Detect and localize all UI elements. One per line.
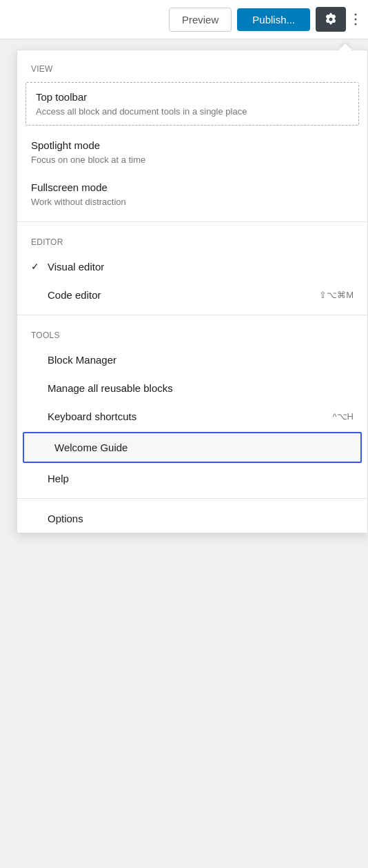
keyboard-shortcuts-shortcut: ^⌥H	[333, 411, 354, 422]
fullscreen-title: Fullscreen mode	[31, 180, 354, 195]
menu-item-fullscreen[interactable]: Fullscreen mode Work without distraction	[17, 173, 367, 215]
preview-button[interactable]: Preview	[169, 8, 232, 32]
spotlight-content: Spotlight mode Focus on one block at a t…	[31, 138, 354, 166]
fullscreen-content: Fullscreen mode Work without distraction	[31, 180, 354, 208]
divider-tools-bottom	[17, 498, 367, 499]
top-toolbar-content: Top toolbar Access all block and documen…	[36, 90, 349, 118]
code-editor-content: Code editor	[48, 288, 319, 302]
menu-item-visual-editor[interactable]: ✓ Visual editor	[17, 253, 367, 281]
divider-editor-tools	[17, 315, 367, 315]
top-toolbar-desc: Access all block and document tools in a…	[36, 106, 349, 118]
tools-section-label: Tools	[17, 321, 367, 346]
code-editor-title: Code editor	[48, 288, 319, 302]
divider-view-editor	[17, 221, 367, 222]
menu-item-block-manager[interactable]: Block Manager	[17, 346, 367, 374]
top-toolbar-title: Top toolbar	[36, 90, 349, 104]
editor-section-label: Editor	[17, 228, 367, 253]
view-section: View Top toolbar Access all block and do…	[17, 50, 367, 216]
tools-section: Tools Block Manager Manage all reusable …	[17, 321, 367, 493]
gear-icon	[324, 12, 338, 26]
top-toolbar: Preview Publish...	[0, 0, 368, 39]
svg-point-2	[355, 23, 357, 26]
fullscreen-desc: Work without distraction	[31, 196, 354, 208]
welcome-guide-title: Welcome Guide	[54, 440, 347, 455]
menu-item-help[interactable]: Help	[17, 464, 367, 493]
welcome-guide-content: Welcome Guide	[54, 440, 347, 455]
dropdown-caret	[338, 43, 352, 50]
spotlight-desc: Focus on one block at a time	[31, 154, 354, 166]
block-manager-content: Block Manager	[48, 353, 354, 367]
publish-button[interactable]: Publish...	[237, 8, 310, 31]
menu-item-manage-reusable[interactable]: Manage all reusable blocks	[17, 374, 367, 402]
menu-item-options[interactable]: Options	[17, 504, 367, 533]
view-section-label: View	[17, 55, 367, 79]
bottom-section: Options	[17, 504, 367, 533]
menu-item-top-toolbar[interactable]: Top toolbar Access all block and documen…	[25, 82, 359, 126]
menu-item-welcome-guide[interactable]: Welcome Guide	[23, 432, 362, 463]
manage-reusable-title: Manage all reusable blocks	[48, 381, 354, 395]
check-icon: ✓	[31, 261, 48, 272]
settings-button[interactable]	[316, 7, 346, 32]
visual-editor-title: Visual editor	[48, 259, 354, 274]
visual-editor-content: Visual editor	[48, 259, 354, 274]
ellipsis-icon	[354, 12, 357, 26]
editor-section: Editor ✓ Visual editor Code editor ⇧⌥⌘M	[17, 228, 367, 309]
menu-item-code-editor[interactable]: Code editor ⇧⌥⌘M	[17, 281, 367, 309]
svg-point-0	[355, 14, 357, 16]
menu-item-spotlight[interactable]: Spotlight mode Focus on one block at a t…	[17, 131, 367, 173]
dropdown-menu: View Top toolbar Access all block and do…	[17, 50, 368, 533]
manage-reusable-content: Manage all reusable blocks	[48, 381, 354, 395]
options-title: Options	[48, 511, 354, 526]
help-content: Help	[48, 471, 354, 486]
spotlight-title: Spotlight mode	[31, 138, 354, 152]
more-options-button[interactable]	[351, 8, 360, 30]
menu-item-keyboard-shortcuts[interactable]: Keyboard shortcuts ^⌥H	[17, 402, 367, 431]
help-title: Help	[48, 471, 354, 486]
keyboard-shortcuts-title: Keyboard shortcuts	[48, 409, 333, 424]
svg-point-1	[355, 19, 357, 21]
keyboard-shortcuts-content: Keyboard shortcuts	[48, 409, 333, 424]
block-manager-title: Block Manager	[48, 353, 354, 367]
code-editor-shortcut: ⇧⌥⌘M	[319, 290, 354, 300]
options-content: Options	[48, 511, 354, 526]
